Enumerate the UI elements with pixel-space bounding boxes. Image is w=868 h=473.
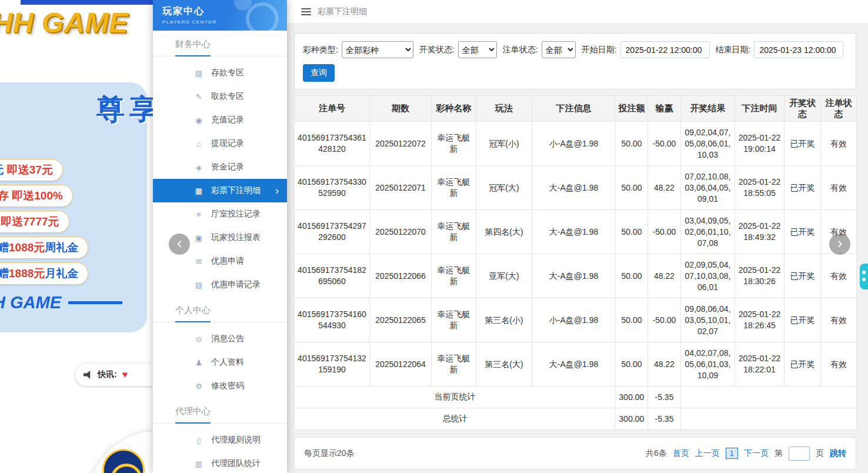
summary-empty-cell [681, 387, 857, 408]
sidebar-item-label: 优惠申请 [211, 256, 244, 267]
table-cell: 09,02,04,07,05,08,06,01,10,03 [681, 122, 735, 166]
lottery-type-select[interactable]: 全部彩种 [342, 41, 413, 58]
table-cell: 2025-01-22 18:22:01 [735, 342, 784, 387]
sidebar-item-promo-apply-record[interactable]: ▤优惠申请记录 [153, 273, 287, 297]
table-cell: 第三名(小) [476, 298, 532, 342]
sidebar-item-recharge-record[interactable]: ◉充值记录 [153, 108, 287, 132]
promo-pill: 0元 即送37元 [0, 159, 63, 181]
content-topbar: 彩票下注明细 [287, 0, 868, 24]
deposit-zone-icon: ▤ [194, 69, 203, 78]
sidebar-item-label: 提现记录 [211, 138, 244, 149]
table-cell: 有效 [821, 166, 857, 210]
table-cell: 50.00 [616, 122, 648, 166]
carousel-next-arrow[interactable]: › [829, 234, 850, 255]
menu-icon[interactable] [301, 8, 311, 15]
table-cell: 大-A盘@1.98 [532, 342, 616, 387]
table-row: 40156917375436142812020250122072幸运飞艇新冠军(… [295, 122, 857, 166]
table-cell: 冠军(大) [476, 166, 532, 210]
speaker-icon [84, 371, 92, 379]
end-date-input[interactable] [754, 41, 843, 58]
summary-bet-total: 300.00 [616, 387, 648, 408]
next-page-link[interactable]: 下一页 [744, 448, 769, 459]
summary-row: 当前页统计300.00-5.35 [295, 387, 857, 408]
table-cell: 第四名(大) [476, 210, 532, 254]
sidebar-item-label: 彩票下注明细 [211, 185, 261, 196]
current-page[interactable]: 1 [726, 448, 738, 459]
table-cell: 有效 [821, 298, 857, 342]
bet-table-card: 注单号期数彩种名称玩法下注信息投注额输赢开奖结果下注时间开奖状态注单状态 401… [294, 95, 856, 430]
floating-service-tab[interactable] [860, 264, 868, 289]
column-header: 注单号 [295, 96, 370, 122]
prev-page-link[interactable]: 上一页 [695, 448, 720, 459]
promo-banner: 尊享 0元 即送37元首存 即送100%注 即送7777元加赠1088元周礼金加… [0, 82, 147, 332]
pagination-bar: 每页显示20条 共6条 首页 上一页 1 下一页 第 页 跳转 [294, 437, 856, 469]
sidebar-item-withdraw-zone[interactable]: ✎取款专区 [153, 85, 287, 108]
draw-status-select[interactable]: 全部 [458, 41, 497, 58]
query-button[interactable]: 查询 [303, 64, 335, 82]
bet-status-select[interactable]: 全部 [542, 41, 576, 58]
table-cell: 幸运飞艇新 [432, 122, 476, 166]
sidebar-item-hall-bet-record[interactable]: ≡厅室投注记录 [153, 202, 287, 226]
jump-page-input[interactable] [789, 447, 810, 461]
table-cell: 48.22 [648, 166, 681, 210]
start-date-input[interactable] [620, 41, 710, 58]
main-content: 彩票下注明细 彩种类型:全部彩种开奖状态:全部注单状态:全部开始日期:结束日期:… [287, 0, 868, 473]
table-cell: 小-A盘@1.98 [532, 298, 616, 342]
table-cell: 20250122071 [370, 166, 432, 210]
column-header: 玩法 [476, 96, 532, 122]
promo-pill: 注 即送7777元 [0, 211, 69, 233]
screen: HH GAME 尊享 0元 即送37元首存 即送100%注 即送7777元加赠1… [0, 0, 868, 473]
promo-pill-text: 即送100% [12, 189, 63, 202]
table-header-row: 注单号期数彩种名称玩法下注信息投注额输赢开奖结果下注时间开奖状态注单状态 [295, 96, 857, 122]
table-cell: 401569173754160544930 [295, 298, 370, 342]
column-header: 投注额 [616, 96, 648, 122]
sidebar-item-gear[interactable]: ⚙修改密码 [153, 374, 287, 398]
hall-bet-record-icon: ≡ [194, 210, 203, 219]
cashout-record-icon: ⌂ [194, 139, 203, 148]
table-cell: 20250122070 [370, 210, 432, 254]
table-row: 40156917375413215919020250122064幸运飞艇新第三名… [295, 342, 857, 387]
table-cell: 大-A盘@1.98 [532, 210, 616, 254]
sidebar-item-user[interactable]: ♟个人资料 [153, 351, 287, 374]
table-cell: 401569173754361428120 [295, 122, 370, 166]
summary-winloss-total: -5.35 [648, 408, 681, 430]
sidebar-item-bell[interactable]: ⊙消息公告 [153, 327, 287, 351]
heart-icon: ♥ [122, 369, 128, 380]
sidebar-item-funds-record[interactable]: ◈资金记录 [153, 155, 287, 179]
sidebar-item-deposit-zone[interactable]: ▤存款专区 [153, 61, 287, 85]
column-header: 注单状态 [821, 96, 857, 122]
gear-icon: ⚙ [194, 382, 203, 391]
table-cell: 07,02,10,08,03,06,04,05,09,01 [681, 166, 735, 210]
table-cell: 401569173754297292600 [295, 210, 370, 254]
sidebar-section-title: 财务中心 [153, 35, 287, 56]
promo-pill-text: 即送7777元 [1, 215, 59, 228]
table-cell: 401569173754132159190 [295, 342, 370, 387]
sidebar-item-cashout-record[interactable]: ⌂提现记录 [153, 132, 287, 155]
sidebar-item-doc[interactable]: ▯代理规则说明 [153, 428, 287, 452]
table-cell: 48.22 [648, 254, 681, 298]
sidebar-section-title: 个人中心 [153, 301, 287, 322]
filter-panel: 彩种类型:全部彩种开奖状态:全部注单状态:全部开始日期:结束日期: 查询 [294, 33, 856, 89]
carousel-prev-arrow[interactable]: ‹ [169, 234, 190, 255]
bet-table: 注单号期数彩种名称玩法下注信息投注额输赢开奖结果下注时间开奖状态注单状态 401… [294, 95, 857, 430]
filter-row: 彩种类型:全部彩种开奖状态:全部注单状态:全部开始日期:结束日期: [303, 41, 847, 58]
table-cell: 50.00 [616, 254, 648, 298]
table-row: 40156917375433052959020250122071幸运飞艇新冠军(… [295, 166, 857, 210]
table-cell: 50.00 [616, 342, 648, 387]
sidebar-header: 玩家中心 PLAYERS CENTER [153, 0, 287, 31]
doc-icon: ▯ [194, 436, 203, 445]
sidebar-item-stats[interactable]: ▥代理团队统计 [153, 452, 287, 473]
table-cell: 有效 [821, 254, 857, 298]
table-cell: 2025-01-22 18:26:45 [735, 298, 784, 342]
sidebar-item-lottery-bet-detail[interactable]: ▦彩票下注明细› [153, 179, 287, 202]
table-cell: 已开奖 [784, 254, 821, 298]
first-page-link[interactable]: 首页 [673, 448, 689, 459]
promo-pill: 加赠1888元月礼金 [0, 262, 88, 285]
sidebar-item-label: 充值记录 [211, 115, 244, 125]
sidebar-menu: 财务中心▤存款专区✎取款专区◉充值记录⌂提现记录◈资金记录▦彩票下注明细›≡厅室… [153, 35, 287, 473]
sidebar-subtitle: PLAYERS CENTER [162, 19, 287, 25]
table-cell: 2025-01-22 18:55:05 [735, 166, 784, 210]
table-cell: 已开奖 [784, 210, 821, 254]
jump-button[interactable]: 跳转 [830, 448, 846, 459]
lottery-bet-detail-icon: ▦ [194, 186, 203, 195]
